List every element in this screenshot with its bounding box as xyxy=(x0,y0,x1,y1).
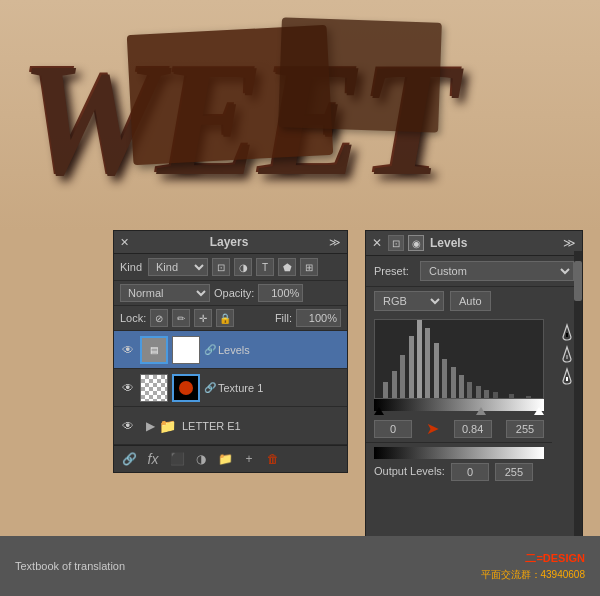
layer-visibility-levels[interactable]: 👁 xyxy=(120,342,136,358)
prop-pixel-icon[interactable]: ⊡ xyxy=(388,235,404,251)
filter-kind-label: Kind xyxy=(120,261,142,273)
layer-link-texture: 🔗 xyxy=(204,382,214,393)
blend-opacity-row: Normal Opacity: 100% xyxy=(114,281,347,306)
properties-panel: ✕ ⊡ ◉ Levels ≫ Preset: Custom RGB Auto xyxy=(365,230,583,550)
layer-name-letter: LETTER E1 xyxy=(182,420,341,432)
layer-name-texture: Texture 1 xyxy=(218,382,341,394)
filter-kind-dropdown[interactable]: Kind xyxy=(148,258,208,276)
lock-label: Lock: xyxy=(120,312,146,324)
histogram-container xyxy=(374,319,544,399)
properties-panel-title: Levels xyxy=(430,236,467,250)
layer-name-levels: Levels xyxy=(218,344,341,356)
group-info: 平面交流群：43940608 xyxy=(481,568,586,582)
bottom-bar-right-group: 二=DESIGN 平面交流群：43940608 xyxy=(481,551,586,582)
layers-panel-close[interactable]: ✕ xyxy=(120,236,129,249)
lock-fill-row: Lock: ⊘ ✏ ✛ 🔒 Fill: 100% xyxy=(114,306,347,331)
black-point-input[interactable]: 0 xyxy=(374,420,412,438)
canvas-area: WEET xyxy=(0,0,600,230)
filter-type-icon[interactable]: T xyxy=(256,258,274,276)
levels-main-area: 0 ➤ 0.84 255 Output Levels: 0 255 xyxy=(366,315,582,485)
add-adjustment-icon[interactable]: ◑ xyxy=(192,450,210,468)
layer-row-texture[interactable]: 👁 🔗 Texture 1 xyxy=(114,369,347,407)
layers-filter-row: Kind Kind ⊡ ◑ T ⬟ ⊞ xyxy=(114,254,347,281)
output-max-input[interactable]: 255 xyxy=(495,463,533,481)
bottom-bar: Textbook of translation 二=DESIGN 平面交流群：4… xyxy=(0,536,600,596)
filter-shape-icon[interactable]: ⬟ xyxy=(278,258,296,276)
layer-mask-texture xyxy=(172,374,200,402)
opacity-input[interactable]: 100% xyxy=(258,284,303,302)
layer-row-letter[interactable]: 👁 ▶ 📁 LETTER E1 xyxy=(114,407,347,445)
fill-input[interactable]: 100% xyxy=(296,309,341,327)
layer-row-levels[interactable]: 👁 ▤ 🔗 Levels xyxy=(114,331,347,369)
preset-dropdown[interactable]: Custom xyxy=(420,261,574,281)
properties-scrollbar-thumb[interactable] xyxy=(574,261,582,301)
folder-expand-icon[interactable]: ▶ xyxy=(146,419,155,433)
layer-visibility-letter[interactable]: 👁 xyxy=(120,418,136,434)
prop-close-icon[interactable]: ✕ xyxy=(372,236,382,250)
layer-thumb-texture xyxy=(140,374,168,402)
channel-dropdown[interactable]: RGB xyxy=(374,291,444,311)
lock-all-icon[interactable]: 🔒 xyxy=(216,309,234,327)
filter-smart-icon[interactable]: ⊞ xyxy=(300,258,318,276)
lock-icons-group: ⊘ ✏ ✛ 🔒 xyxy=(150,309,271,327)
properties-scrollbar[interactable] xyxy=(574,251,582,549)
preset-label: Preset: xyxy=(374,265,414,277)
levels-histogram-area: 0 ➤ 0.84 255 Output Levels: 0 255 xyxy=(366,315,552,485)
white-point-input[interactable]: 255 xyxy=(506,420,544,438)
prop-header-left: ✕ ⊡ ◉ Levels xyxy=(372,235,467,251)
filter-adjustment-icon[interactable]: ◑ xyxy=(234,258,252,276)
opacity-label: Opacity: xyxy=(214,287,254,299)
folder-icon: 📁 xyxy=(159,418,176,434)
levels-input-slider[interactable] xyxy=(374,399,544,411)
prop-collapse-icon[interactable]: ≫ xyxy=(563,236,576,250)
layer-mask-levels xyxy=(172,336,200,364)
black-point-handle[interactable] xyxy=(374,407,384,415)
prop-mask-icon[interactable]: ◉ xyxy=(408,235,424,251)
levels-area xyxy=(366,315,552,415)
layer-link-icon: 🔗 xyxy=(204,344,214,355)
output-levels-area: Output Levels: 0 255 xyxy=(366,442,552,485)
link-layers-icon[interactable]: 🔗 xyxy=(120,450,138,468)
lock-paint-icon[interactable]: ✏ xyxy=(172,309,190,327)
channel-row: RGB Auto xyxy=(366,287,582,315)
output-label: Output Levels: xyxy=(374,465,445,477)
add-group-icon[interactable]: 📁 xyxy=(216,450,234,468)
mid-point-handle[interactable] xyxy=(476,407,486,415)
preset-row: Preset: Custom xyxy=(366,256,582,287)
add-mask-icon[interactable]: ⬛ xyxy=(168,450,186,468)
output-inputs-row: Output Levels: 0 255 xyxy=(374,463,544,481)
layer-thumb-levels: ▤ xyxy=(140,336,168,364)
layer-visibility-texture[interactable]: 👁 xyxy=(120,380,136,396)
mid-point-input[interactable]: 0.84 xyxy=(454,420,492,438)
new-layer-icon[interactable]: + xyxy=(240,450,258,468)
prop-mode-icons: ⊡ ◉ xyxy=(388,235,424,251)
white-point-handle[interactable] xyxy=(534,407,544,415)
properties-panel-header: ✕ ⊡ ◉ Levels ≫ xyxy=(366,231,582,256)
output-gradient-bar[interactable] xyxy=(374,447,544,459)
output-min-input[interactable]: 0 xyxy=(451,463,489,481)
fill-label: Fill: xyxy=(275,312,292,324)
levels-input-values: 0 ➤ 0.84 255 xyxy=(366,415,552,442)
mid-arrow-icon: ➤ xyxy=(426,419,439,438)
brand-name: 二=DESIGN xyxy=(525,551,585,566)
layers-panel-collapse[interactable]: ≫ xyxy=(329,236,341,249)
panel-header-left: ✕ xyxy=(120,236,129,249)
filter-pixel-icon[interactable]: ⊡ xyxy=(212,258,230,276)
delete-layer-icon[interactable]: 🗑 xyxy=(264,450,282,468)
blend-mode-dropdown[interactable]: Normal xyxy=(120,284,210,302)
lock-transparent-icon[interactable]: ⊘ xyxy=(150,309,168,327)
lock-move-icon[interactable]: ✛ xyxy=(194,309,212,327)
layers-panel-title: Layers xyxy=(210,235,249,249)
layer-fx-icon[interactable]: fx xyxy=(144,450,162,468)
layers-panel: ✕ Layers ≫ Kind Kind ⊡ ◑ T ⬟ ⊞ Normal Op… xyxy=(113,230,348,473)
layers-panel-footer: 🔗 fx ⬛ ◑ 📁 + 🗑 xyxy=(114,445,347,472)
bottom-bar-text: Textbook of translation xyxy=(15,560,125,572)
layers-panel-header: ✕ Layers ≫ xyxy=(114,231,347,254)
auto-button[interactable]: Auto xyxy=(450,291,491,311)
